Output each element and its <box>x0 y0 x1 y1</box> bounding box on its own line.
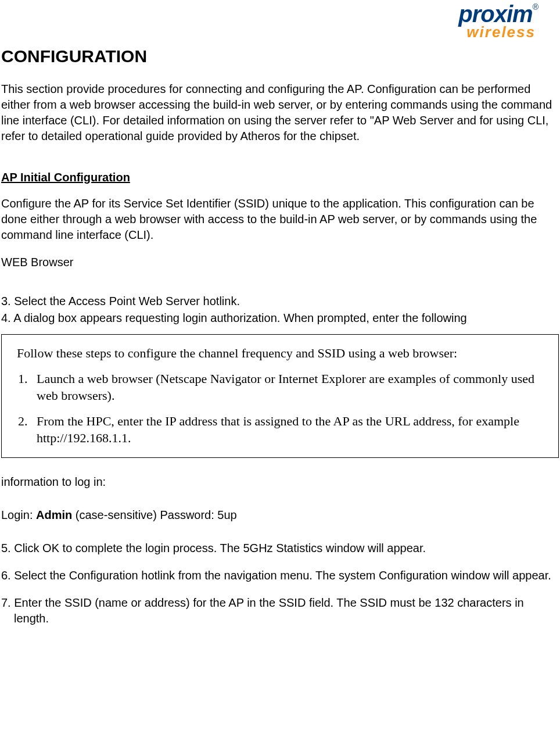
step-5: 5. Click OK to complete the login proces… <box>1 540 559 556</box>
box-leadin: Follow these steps to configure the chan… <box>17 345 545 362</box>
step-4: 4. A dialog box appears requesting login… <box>1 310 559 326</box>
section-paragraph: Configure the AP for its Service Set Ide… <box>1 196 559 243</box>
registered-mark: ® <box>533 2 538 12</box>
box-list: Launch a web browser (Netscape Navigator… <box>17 371 545 446</box>
instruction-box: Follow these steps to configure the chan… <box>1 334 559 458</box>
step-6: 6. Select the Configuration hotlink from… <box>1 568 559 583</box>
section-heading: AP Initial Configuration <box>1 170 559 185</box>
box-item-2: From the HPC, enter the IP address that … <box>31 413 545 446</box>
login-admin: Admin <box>36 509 72 521</box>
step-7: 7. Enter the SSID (name or address) for … <box>1 595 559 626</box>
web-browser-label: WEB Browser <box>1 255 559 270</box>
logo-wireless-text: wireless <box>458 22 538 42</box>
login-prefix: Login: <box>1 509 36 521</box>
logo-area: proxim® wireless <box>1 3 559 42</box>
logo-proxim-text: proxim® <box>458 3 538 24</box>
login-suffix: (case-sensitive) Password: 5up <box>72 509 236 521</box>
intro-paragraph: This section provide procedures for conn… <box>1 81 559 144</box>
proxim-logo: proxim® wireless <box>458 3 538 42</box>
box-item-1: Launch a web browser (Netscape Navigator… <box>31 371 545 404</box>
login-line: Login: Admin (case-sensitive) Password: … <box>1 507 559 523</box>
page-title: CONFIGURATION <box>1 45 559 69</box>
step-3: 3. Select the Access Point Web Server ho… <box>1 293 559 309</box>
info-line: information to log in: <box>1 474 559 490</box>
